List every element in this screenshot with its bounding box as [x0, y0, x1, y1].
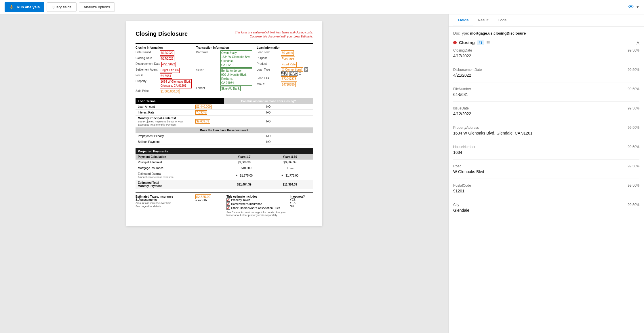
- field-label: City: [453, 203, 459, 207]
- field-value: 4/17/2022: [453, 54, 639, 58]
- table-row: Estimated TotalMonthly Payment $11,484.3…: [136, 180, 313, 189]
- field-label: FileNumber: [453, 87, 471, 91]
- field-label-row: PropertyAddress 99.50%: [453, 126, 639, 130]
- field-item: DisbursementDate 99.50% 4/21/2022: [453, 68, 639, 82]
- loan-terms-table: Loan Terms Can this amount increase afte…: [136, 98, 313, 145]
- run-analysis-button[interactable]: ⛹ Run analysis: [5, 2, 44, 12]
- field-confidence: 99.50%: [628, 48, 639, 52]
- loan-info-col: Loan Information Loan Term 30 years Purp…: [257, 46, 313, 95]
- info-row: Sale Price $1,800,000.00: [136, 89, 192, 94]
- field-label-row: IssueDate 99.50%: [453, 106, 639, 110]
- field-label-row: ClosingDate 99.50%: [453, 48, 639, 52]
- analyze-options-button[interactable]: Analyze options: [79, 2, 115, 12]
- field-label: Road: [453, 164, 462, 168]
- info-row: MIC # 14718850: [257, 82, 313, 87]
- table-row: Prepayment Penalty NO: [136, 133, 313, 139]
- fields-tabs: Fields Result Code: [449, 14, 644, 27]
- doc-title: Closing Disclosure: [136, 31, 188, 37]
- table-row: Loan Amount $1,440,000 NO: [136, 104, 313, 110]
- main-layout: Closing Disclosure This form is a statem…: [0, 14, 644, 333]
- grid-icon[interactable]: ☷: [486, 40, 490, 45]
- info-row: Loan ID # 672047875: [257, 76, 313, 82]
- field-label-row: FileNumber 99.50%: [453, 87, 639, 91]
- field-item: ClosingDate 99.50% 4/17/2022: [453, 48, 639, 63]
- fields-list: ClosingDate 99.50% 4/17/2022 Disbursemen…: [453, 48, 639, 217]
- field-item: PropertyAddress 99.50% 1634 W Glenoaks B…: [453, 126, 639, 140]
- info-row: Loan Term 30 years: [257, 50, 313, 56]
- field-label: ClosingDate: [453, 48, 472, 52]
- fields-panel: Fields Result Code DocType: mortgage.us.…: [448, 14, 644, 333]
- table-row: Estimated EscrowAmount can increase over…: [136, 171, 313, 180]
- field-label-row: DisbursementDate 99.50%: [453, 68, 639, 72]
- tab-fields[interactable]: Fields: [453, 14, 473, 26]
- field-label: PostalCode: [453, 183, 471, 188]
- closing-info-title: Closing Information: [136, 46, 192, 49]
- field-item: Road 99.50% W Glenoaks Blvd: [453, 164, 639, 179]
- info-row: Settlement Agent Bright Title Co: [136, 68, 192, 73]
- table-row: Balloon Payment NO: [136, 139, 313, 145]
- info-row: Disbursement Date 4/21/2022: [136, 62, 192, 67]
- info-row: Product Fixed Rate: [257, 62, 313, 67]
- chart-icon: ⛹: [9, 4, 15, 10]
- field-value: Glendale: [453, 208, 639, 213]
- field-value: 1634: [453, 150, 639, 155]
- info-row: File # 64-5681: [136, 73, 192, 79]
- document-viewer: Closing Disclosure This form is a statem…: [0, 14, 448, 333]
- field-confidence: 99.50%: [628, 203, 639, 207]
- field-value: 1634 W Glenoaks Blvd, Glendale, CA 91201: [453, 131, 639, 135]
- table-row: Principal & Interest $9,609.39 $9,609.39: [136, 160, 313, 165]
- field-confidence: 99.50%: [628, 126, 639, 130]
- field-item: HouseNumber 99.50% 1634: [453, 145, 639, 160]
- info-row: Borrower Gwen Stacy1634 W Glenoaks Blvd,…: [196, 50, 252, 68]
- section-header: Closing #1 ☷ ⋀: [453, 40, 639, 45]
- toolbar: ⛹ Run analysis Query fields Analyze opti…: [0, 0, 644, 14]
- taxes-section: Estimated Taxes, Insurance& Assessments …: [136, 192, 313, 217]
- closing-info-col: Closing Information Date Issued 4/12/202…: [136, 46, 192, 95]
- doctype-row: DocType: mortgage.us.closingDisclosure: [453, 31, 639, 35]
- info-section: Closing Information Date Issued 4/12/202…: [136, 43, 313, 95]
- info-row: Property 1634 W Glenoaks Blvd,Glendale, …: [136, 79, 192, 88]
- fields-content: DocType: mortgage.us.closingDisclosure C…: [449, 27, 644, 333]
- eye-icon[interactable]: 👁: [628, 4, 634, 10]
- document-page: Closing Disclosure This form is a statem…: [126, 21, 322, 226]
- field-value: 64-5681: [453, 92, 639, 97]
- field-label-row: Road 99.50%: [453, 164, 639, 168]
- field-label: HouseNumber: [453, 145, 475, 149]
- table-row: Monthly Principal & Interest See Project…: [136, 116, 313, 128]
- info-row: Lender Skye AU Bank: [196, 86, 252, 91]
- info-row: Loan Type ☒ Conventional ☐ FHA ☐ VA ☐: [257, 68, 313, 76]
- collapse-icon[interactable]: ⋀: [637, 41, 639, 45]
- section-title: Closing: [459, 40, 475, 45]
- field-label: PropertyAddress: [453, 126, 479, 130]
- field-item: City 99.50% Glendale: [453, 203, 639, 217]
- field-value: 4/21/2022: [453, 73, 639, 77]
- table-row: Does the loan have these features?: [136, 128, 313, 133]
- field-value: W Glenoaks Blvd: [453, 169, 639, 174]
- field-item: IssueDate 99.50% 4/12/2022: [453, 106, 639, 121]
- field-confidence: 99.50%: [628, 164, 639, 168]
- field-label-row: PostalCode 99.50%: [453, 183, 639, 188]
- field-item: PostalCode 99.50% 91201: [453, 183, 639, 198]
- field-value: 4/12/2022: [453, 111, 639, 116]
- toolbar-right: 👁 ▼: [628, 4, 639, 10]
- loan-info-title: Loan Information: [257, 46, 313, 49]
- field-confidence: 99.50%: [628, 87, 639, 91]
- tab-code[interactable]: Code: [493, 14, 511, 26]
- info-row: Seller Bonita Anderson920 University Blv…: [196, 68, 252, 86]
- projected-payments-table: Payment Calculation Years 1-7 Years 8-30…: [136, 154, 313, 189]
- field-item: FileNumber 99.50% 64-5681: [453, 87, 639, 102]
- tab-result[interactable]: Result: [473, 14, 493, 26]
- field-label: IssueDate: [453, 106, 469, 110]
- field-label: DisbursementDate: [453, 68, 482, 72]
- field-confidence: 99.50%: [628, 183, 639, 188]
- query-fields-button[interactable]: Query fields: [47, 2, 76, 12]
- table-row: Interest Rate 7.033% NO: [136, 110, 313, 116]
- doc-subtitle: This form is a statement of final loan t…: [226, 31, 313, 39]
- field-label-row: City 99.50%: [453, 203, 639, 207]
- info-row: Date Issued 4/12/2022: [136, 50, 192, 56]
- info-row: Closing Date 4/17/2022: [136, 56, 192, 61]
- field-value: 91201: [453, 189, 639, 193]
- can-increase-header: Can this amount increase after closing?: [224, 98, 313, 104]
- field-confidence: 99.50%: [628, 106, 639, 110]
- chevron-down-icon[interactable]: ▼: [636, 5, 639, 9]
